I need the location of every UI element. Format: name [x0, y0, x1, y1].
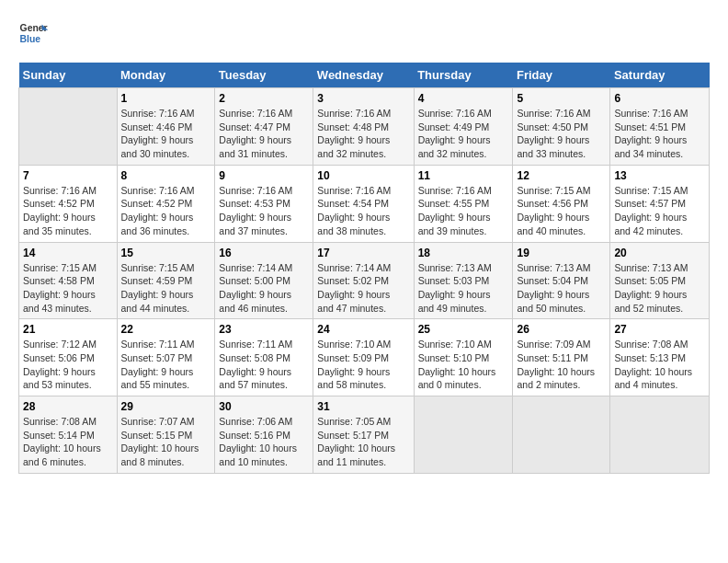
header-wednesday: Wednesday: [313, 63, 414, 88]
day-number: 6: [614, 92, 705, 105]
day-info: Sunrise: 7:16 AM Sunset: 4:53 PM Dayligh…: [219, 184, 309, 238]
day-info: Sunrise: 7:16 AM Sunset: 4:51 PM Dayligh…: [614, 107, 705, 161]
calendar-cell: 24Sunrise: 7:10 AM Sunset: 5:09 PM Dayli…: [313, 319, 414, 396]
day-info: Sunrise: 7:07 AM Sunset: 5:15 PM Dayligh…: [121, 415, 211, 469]
calendar-cell: 9Sunrise: 7:16 AM Sunset: 4:53 PM Daylig…: [215, 165, 313, 242]
day-info: Sunrise: 7:10 AM Sunset: 5:09 PM Dayligh…: [317, 338, 409, 392]
calendar-cell: 5Sunrise: 7:16 AM Sunset: 4:50 PM Daylig…: [513, 88, 610, 166]
day-info: Sunrise: 7:16 AM Sunset: 4:52 PM Dayligh…: [23, 184, 113, 238]
calendar-cell: [414, 396, 513, 474]
calendar-cell: 17Sunrise: 7:14 AM Sunset: 5:02 PM Dayli…: [313, 242, 414, 319]
calendar-cell: 23Sunrise: 7:11 AM Sunset: 5:08 PM Dayli…: [215, 319, 313, 396]
day-info: Sunrise: 7:14 AM Sunset: 5:02 PM Dayligh…: [317, 261, 409, 316]
calendar-week-row: 21Sunrise: 7:12 AM Sunset: 5:06 PM Dayli…: [19, 319, 710, 396]
day-number: 25: [418, 323, 509, 336]
day-number: 27: [614, 323, 705, 336]
calendar-cell: 8Sunrise: 7:16 AM Sunset: 4:52 PM Daylig…: [117, 165, 215, 242]
logo-icon: General Blue: [18, 18, 48, 48]
day-number: 11: [418, 169, 509, 182]
day-number: 13: [614, 169, 705, 182]
calendar-cell: 30Sunrise: 7:06 AM Sunset: 5:16 PM Dayli…: [215, 396, 313, 474]
calendar-cell: 1Sunrise: 7:16 AM Sunset: 4:46 PM Daylig…: [117, 88, 215, 166]
day-info: Sunrise: 7:16 AM Sunset: 4:47 PM Dayligh…: [219, 107, 309, 161]
calendar-cell: 29Sunrise: 7:07 AM Sunset: 5:15 PM Dayli…: [117, 396, 215, 474]
day-info: Sunrise: 7:16 AM Sunset: 4:50 PM Dayligh…: [517, 107, 606, 161]
day-info: Sunrise: 7:16 AM Sunset: 4:48 PM Dayligh…: [317, 107, 409, 161]
day-number: 9: [219, 169, 309, 182]
day-info: Sunrise: 7:15 AM Sunset: 4:59 PM Dayligh…: [121, 261, 211, 316]
header-tuesday: Tuesday: [215, 63, 313, 88]
day-info: Sunrise: 7:06 AM Sunset: 5:16 PM Dayligh…: [219, 415, 309, 469]
calendar-cell: 22Sunrise: 7:11 AM Sunset: 5:07 PM Dayli…: [117, 319, 215, 396]
day-info: Sunrise: 7:16 AM Sunset: 4:55 PM Dayligh…: [418, 184, 509, 238]
header-saturday: Saturday: [610, 63, 710, 88]
day-number: 22: [121, 323, 211, 336]
day-info: Sunrise: 7:16 AM Sunset: 4:49 PM Dayligh…: [418, 107, 509, 161]
day-number: 26: [517, 323, 606, 336]
calendar-cell: 11Sunrise: 7:16 AM Sunset: 4:55 PM Dayli…: [414, 165, 513, 242]
day-info: Sunrise: 7:13 AM Sunset: 5:05 PM Dayligh…: [614, 261, 705, 316]
day-number: 21: [23, 323, 113, 336]
day-info: Sunrise: 7:13 AM Sunset: 5:04 PM Dayligh…: [517, 261, 606, 316]
calendar-week-row: 14Sunrise: 7:15 AM Sunset: 4:58 PM Dayli…: [19, 242, 710, 319]
calendar-table: SundayMondayTuesdayWednesdayThursdayFrid…: [18, 63, 710, 474]
calendar-cell: [610, 396, 710, 474]
day-info: Sunrise: 7:15 AM Sunset: 4:57 PM Dayligh…: [614, 184, 705, 238]
day-info: Sunrise: 7:05 AM Sunset: 5:17 PM Dayligh…: [317, 415, 409, 469]
day-number: 31: [317, 400, 409, 413]
calendar-week-row: 1Sunrise: 7:16 AM Sunset: 4:46 PM Daylig…: [19, 88, 710, 166]
day-number: 24: [317, 323, 409, 336]
calendar-cell: 26Sunrise: 7:09 AM Sunset: 5:11 PM Dayli…: [513, 319, 610, 396]
day-number: 7: [23, 169, 113, 182]
calendar-cell: 25Sunrise: 7:10 AM Sunset: 5:10 PM Dayli…: [414, 319, 513, 396]
day-info: Sunrise: 7:14 AM Sunset: 5:00 PM Dayligh…: [219, 261, 309, 316]
calendar-week-row: 28Sunrise: 7:08 AM Sunset: 5:14 PM Dayli…: [19, 396, 710, 474]
day-number: 12: [517, 169, 606, 182]
day-info: Sunrise: 7:09 AM Sunset: 5:11 PM Dayligh…: [517, 338, 606, 392]
calendar-cell: 3Sunrise: 7:16 AM Sunset: 4:48 PM Daylig…: [313, 88, 414, 166]
calendar-cell: 15Sunrise: 7:15 AM Sunset: 4:59 PM Dayli…: [117, 242, 215, 319]
calendar-cell: 21Sunrise: 7:12 AM Sunset: 5:06 PM Dayli…: [19, 319, 118, 396]
calendar-cell: 6Sunrise: 7:16 AM Sunset: 4:51 PM Daylig…: [610, 88, 710, 166]
calendar-cell: 10Sunrise: 7:16 AM Sunset: 4:54 PM Dayli…: [313, 165, 414, 242]
day-number: 17: [317, 247, 409, 259]
day-number: 5: [517, 92, 606, 105]
calendar-cell: 19Sunrise: 7:13 AM Sunset: 5:04 PM Dayli…: [513, 242, 610, 319]
calendar-cell: 20Sunrise: 7:13 AM Sunset: 5:05 PM Dayli…: [610, 242, 710, 319]
day-info: Sunrise: 7:12 AM Sunset: 5:06 PM Dayligh…: [23, 338, 113, 392]
calendar-cell: 18Sunrise: 7:13 AM Sunset: 5:03 PM Dayli…: [414, 242, 513, 319]
calendar-cell: 16Sunrise: 7:14 AM Sunset: 5:00 PM Dayli…: [215, 242, 313, 319]
header-thursday: Thursday: [414, 63, 513, 88]
calendar-cell: 4Sunrise: 7:16 AM Sunset: 4:49 PM Daylig…: [414, 88, 513, 166]
day-info: Sunrise: 7:11 AM Sunset: 5:08 PM Dayligh…: [219, 338, 309, 392]
calendar-cell: [19, 88, 118, 166]
calendar-header-row: SundayMondayTuesdayWednesdayThursdayFrid…: [19, 63, 710, 88]
day-number: 15: [121, 247, 211, 259]
calendar-cell: 31Sunrise: 7:05 AM Sunset: 5:17 PM Dayli…: [313, 396, 414, 474]
day-info: Sunrise: 7:11 AM Sunset: 5:07 PM Dayligh…: [121, 338, 211, 392]
day-number: 2: [219, 92, 309, 105]
day-info: Sunrise: 7:15 AM Sunset: 4:58 PM Dayligh…: [23, 261, 113, 316]
header: General Blue: [18, 18, 710, 48]
calendar-cell: 27Sunrise: 7:08 AM Sunset: 5:13 PM Dayli…: [610, 319, 710, 396]
day-info: Sunrise: 7:13 AM Sunset: 5:03 PM Dayligh…: [418, 261, 509, 316]
day-number: 18: [418, 247, 509, 259]
day-number: 23: [219, 323, 309, 336]
day-number: 28: [23, 400, 113, 413]
day-number: 10: [317, 169, 409, 182]
calendar-cell: 14Sunrise: 7:15 AM Sunset: 4:58 PM Dayli…: [19, 242, 118, 319]
day-number: 29: [121, 400, 211, 413]
logo: General Blue: [18, 18, 48, 48]
day-info: Sunrise: 7:16 AM Sunset: 4:52 PM Dayligh…: [121, 184, 211, 238]
calendar-cell: [513, 396, 610, 474]
day-info: Sunrise: 7:08 AM Sunset: 5:13 PM Dayligh…: [614, 338, 705, 392]
header-sunday: Sunday: [19, 63, 118, 88]
day-info: Sunrise: 7:16 AM Sunset: 4:46 PM Dayligh…: [121, 107, 211, 161]
day-info: Sunrise: 7:16 AM Sunset: 4:54 PM Dayligh…: [317, 184, 409, 238]
day-info: Sunrise: 7:10 AM Sunset: 5:10 PM Dayligh…: [418, 338, 509, 392]
day-number: 30: [219, 400, 309, 413]
day-number: 20: [614, 247, 705, 259]
calendar-cell: 7Sunrise: 7:16 AM Sunset: 4:52 PM Daylig…: [19, 165, 118, 242]
svg-text:Blue: Blue: [20, 34, 41, 44]
header-friday: Friday: [513, 63, 610, 88]
